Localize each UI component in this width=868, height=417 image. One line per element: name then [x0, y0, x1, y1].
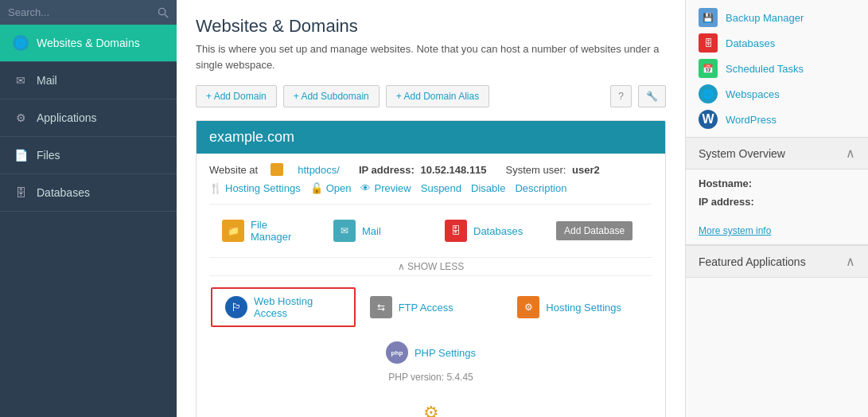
page-description: This is where you set up and manage webs… [196, 41, 666, 72]
hostname-field: Hostname: [699, 177, 855, 189]
gear-icon-large: ⚙ [420, 402, 442, 417]
sidebar-item-label: Applications [37, 111, 97, 124]
domain-info-row: Website at httpdocs/ IP address: 10.52.1… [209, 163, 652, 176]
php-version: PHP version: 5.4.45 [388, 372, 473, 383]
tool-applications[interactable]: ⚙ Applications [209, 396, 652, 417]
sidebar-item-label: Files [37, 149, 60, 162]
hosting-settings-link[interactable]: 🍴 Hosting Settings [209, 182, 301, 194]
search-input[interactable] [8, 6, 153, 18]
search-icon [158, 7, 169, 18]
preview-icon: 👁 [360, 182, 371, 194]
folder-icon-small [271, 163, 283, 176]
expanded-tools: 🏳 Web Hosting Access ⇆ FTP Access ⚙ Host… [209, 283, 652, 417]
link-label: Scheduled Tasks [726, 63, 804, 75]
sidebar: 🌐 Websites & Domains ✉ Mail ⚙ Applicatio… [0, 0, 177, 417]
tool-ftp-access[interactable]: ⇆ FTP Access [357, 286, 505, 329]
system-overview-title: System Overview [699, 147, 785, 160]
add-subdomain-button[interactable]: + Add Subdomain [283, 85, 380, 107]
backup-manager-link[interactable]: 💾 Backup Manager [699, 8, 855, 27]
system-overview-header[interactable]: System Overview ∧ [686, 138, 868, 170]
sidebar-item-files[interactable]: 📄 Files [0, 137, 177, 174]
wordpress-link[interactable]: W WordPress [699, 110, 855, 129]
domain-body: Website at httpdocs/ IP address: 10.52.1… [197, 154, 665, 417]
db-tool-icon: 🗄 [445, 220, 467, 242]
sidebar-item-websites-domains[interactable]: 🌐 Websites & Domains [0, 25, 177, 62]
chevron-up-icon: ∧ [846, 146, 855, 161]
svg-point-0 [158, 8, 165, 14]
webhosting-icon: 🏳 [225, 296, 247, 318]
more-system-info-link[interactable]: More system info [686, 222, 868, 244]
tool-label: Mail [362, 225, 381, 237]
tool-label: Web Hosting Access [254, 295, 341, 319]
ip-field: IP address: [699, 196, 855, 208]
tool-label: FTP Access [399, 302, 453, 314]
wp-icon: W [699, 110, 718, 129]
tool-file-manager[interactable]: 📁 FileManager [209, 212, 321, 249]
tool-php-settings[interactable]: php PHP Settings PHP version: 5.4.45 [209, 335, 652, 389]
link-label: WordPress [726, 114, 777, 126]
add-domain-button[interactable]: + Add Domain [196, 85, 277, 107]
open-icon: 🔓 [310, 182, 323, 194]
backup-icon: 💾 [699, 8, 718, 27]
tool-web-hosting-access[interactable]: 🏳 Web Hosting Access [211, 287, 356, 327]
right-panel: 💾 Backup Manager 🗄 Databases 📅 Scheduled… [685, 0, 868, 417]
website-at-label: Website at [209, 164, 258, 176]
tools-grid: 📁 FileManager ✉ Mail 🗄 Databases Add Dat… [209, 204, 652, 249]
sidebar-item-label: Databases [37, 186, 90, 199]
disable-link[interactable]: Disable [471, 182, 505, 194]
ip-address-label: IP address: [699, 196, 855, 208]
system-user-value: user2 [572, 164, 600, 176]
files-icon: 📄 [13, 147, 29, 163]
sidebar-item-mail[interactable]: ✉ Mail [0, 62, 177, 99]
tool-databases[interactable]: 🗄 Databases [432, 212, 543, 249]
link-label: Databases [726, 37, 775, 49]
featured-apps-title: Featured Applications [699, 255, 806, 268]
page-title: Websites & Domains [196, 16, 666, 37]
show-less-button[interactable]: ∧ SHOW LESS [209, 257, 652, 276]
preview-link[interactable]: 👁 Preview [360, 182, 411, 194]
featured-apps-header[interactable]: Featured Applications ∧ [686, 245, 868, 277]
httpdocs-link[interactable]: httpdocs/ [298, 164, 340, 176]
add-domain-alias-button[interactable]: + Add Domain Alias [386, 85, 489, 107]
php-icon: php [386, 341, 408, 364]
ip-value: 10.52.148.115 [420, 164, 486, 176]
mail-icon: ✉ [13, 72, 29, 88]
featured-apps-section: Featured Applications ∧ [686, 245, 868, 278]
tool-hosting-settings[interactable]: ⚙ Hosting Settings [504, 286, 652, 329]
suspend-link[interactable]: Suspend [421, 182, 461, 194]
sidebar-item-label: Mail [37, 74, 57, 87]
help-button[interactable]: ? [610, 85, 632, 107]
tool-label: Hosting Settings [546, 302, 621, 314]
tool-label: PHP Settings [415, 347, 476, 359]
mail-tool-icon: ✉ [333, 220, 356, 242]
webspaces-link[interactable]: 🌐 Webspaces [699, 84, 855, 103]
domain-card: example.com Website at httpdocs/ IP addr… [196, 120, 666, 417]
sidebar-item-databases[interactable]: 🗄 Databases [0, 174, 177, 212]
system-overview-body: Hostname: IP address: [686, 170, 868, 222]
hostname-label: Hostname: [699, 177, 855, 189]
domain-name: example.com [209, 129, 294, 145]
add-db-btn[interactable]: Add Database [556, 221, 633, 240]
main-content: Websites & Domains This is where you set… [177, 0, 685, 417]
ftp-icon: ⇆ [370, 296, 392, 318]
search-bar [0, 0, 177, 25]
add-database-button[interactable]: Add Database [543, 212, 655, 249]
applications-icon: ⚙ [13, 110, 29, 126]
sidebar-item-label: Websites & Domains [37, 37, 140, 49]
scheduled-tasks-link[interactable]: 📅 Scheduled Tasks [699, 59, 855, 78]
databases-rp-link[interactable]: 🗄 Databases [699, 33, 855, 53]
tool-mail[interactable]: ✉ Mail [321, 212, 432, 249]
settings-icon-button[interactable]: 🔧 [638, 85, 666, 107]
quick-links: 💾 Backup Manager 🗄 Databases 📅 Scheduled… [686, 0, 868, 137]
open-link[interactable]: 🔓 Open [310, 182, 352, 194]
sidebar-item-applications[interactable]: ⚙ Applications [0, 99, 177, 137]
databases-icon: 🗄 [13, 185, 29, 201]
globe-icon: 🌐 [13, 35, 29, 51]
calendar-icon: 📅 [699, 59, 718, 78]
ip-label: IP address: 10.52.148.115 [359, 164, 487, 176]
description-link[interactable]: Description [515, 182, 566, 194]
link-label: Webspaces [726, 88, 780, 100]
domain-actions: 🍴 Hosting Settings 🔓 Open 👁 Preview Susp… [209, 182, 652, 194]
tool-label: Databases [473, 225, 523, 237]
chevron-up-icon-featured: ∧ [846, 254, 855, 269]
